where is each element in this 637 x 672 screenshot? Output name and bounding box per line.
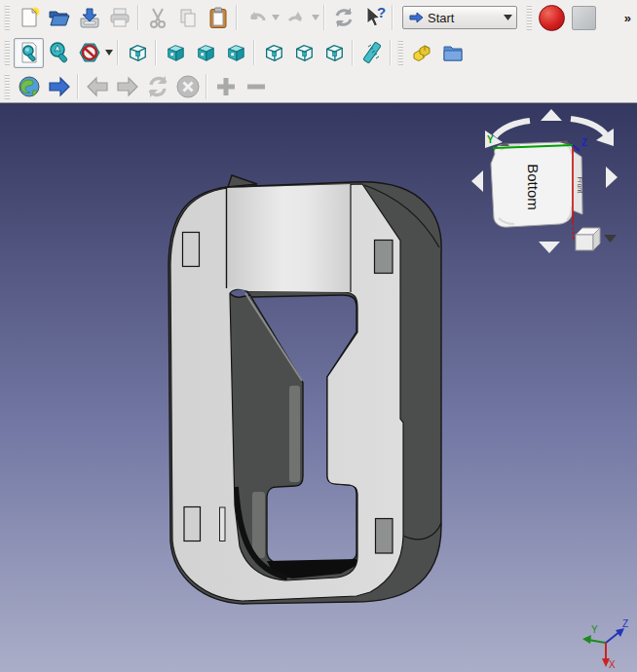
web-home-button[interactable] bbox=[14, 71, 44, 101]
view-left-button[interactable] bbox=[318, 38, 349, 68]
paste-button[interactable] bbox=[203, 3, 233, 33]
copy-icon bbox=[176, 6, 200, 29]
zoom-out-button bbox=[241, 71, 271, 101]
print-icon bbox=[108, 6, 131, 29]
rotate-right-arrow[interactable] bbox=[571, 119, 606, 134]
fit-selection-icon bbox=[48, 41, 71, 64]
view-cube-icon bbox=[293, 42, 315, 63]
y-axis-label: Y bbox=[591, 624, 598, 635]
measure-distance-button[interactable] bbox=[356, 38, 387, 68]
chevron-down-icon bbox=[272, 15, 280, 20]
view-cube-icon bbox=[225, 42, 246, 63]
new-document-icon bbox=[18, 6, 41, 29]
fit-all-button[interactable] bbox=[14, 38, 44, 68]
toolbar-drag-handle[interactable] bbox=[397, 40, 403, 65]
3d-viewport[interactable]: Bottom Front Y Z Y Z X bbox=[0, 103, 637, 672]
forward-button bbox=[112, 71, 142, 101]
navigation-cube[interactable]: Bottom Front Y Z bbox=[466, 105, 631, 261]
slot-bottom-right bbox=[376, 519, 393, 554]
view-rear-button[interactable] bbox=[258, 38, 288, 68]
new-file-button[interactable] bbox=[14, 3, 44, 33]
redo-button bbox=[281, 3, 311, 33]
toolbar-overflow-button[interactable]: » bbox=[624, 11, 631, 25]
refresh-page-button bbox=[142, 71, 172, 101]
toolbar-drag-handle[interactable] bbox=[4, 40, 10, 65]
view-bottom-button[interactable] bbox=[288, 38, 318, 68]
separator bbox=[253, 40, 255, 65]
blue-arrow-right-icon bbox=[47, 74, 72, 99]
view-cube-icon bbox=[323, 42, 345, 63]
open-file-button[interactable] bbox=[44, 3, 74, 33]
print-button bbox=[104, 3, 134, 33]
toolbar-drag-handle[interactable] bbox=[4, 74, 10, 99]
forward-arrow-icon bbox=[115, 74, 140, 99]
toolbar-area: ? Start » bbox=[0, 0, 637, 103]
paste-clipboard-icon bbox=[206, 6, 230, 29]
view-toolbar bbox=[0, 35, 637, 70]
chevron-down-icon bbox=[312, 15, 319, 20]
navcube-x-axis-dashed bbox=[573, 222, 574, 242]
whats-this-button[interactable]: ? bbox=[358, 3, 389, 33]
svg-text:?: ? bbox=[377, 5, 386, 20]
separator bbox=[77, 74, 79, 99]
view-top-button[interactable] bbox=[190, 38, 220, 68]
navcube-side-label[interactable]: Front bbox=[577, 177, 583, 193]
slot-bottom-left bbox=[184, 507, 201, 541]
refresh-button[interactable] bbox=[328, 3, 358, 33]
view-cube-icon bbox=[127, 42, 148, 63]
macro-record-button[interactable] bbox=[539, 5, 565, 31]
rotate-left-arrow[interactable] bbox=[495, 121, 530, 136]
open-website-button[interactable] bbox=[44, 71, 74, 101]
minus-icon bbox=[244, 75, 268, 98]
axis-cross: Y Z X bbox=[579, 617, 635, 670]
y-axis-line bbox=[588, 640, 606, 643]
refresh-icon bbox=[332, 6, 356, 29]
navcube-body[interactable]: Bottom Front bbox=[491, 140, 583, 227]
view-right-button[interactable] bbox=[220, 38, 250, 68]
navcube-right-arrow[interactable] bbox=[606, 167, 618, 188]
navigation-toolbar bbox=[0, 70, 637, 102]
create-part-button[interactable] bbox=[407, 38, 437, 68]
open-folder-icon bbox=[48, 6, 71, 29]
navcube-face-label[interactable]: Bottom bbox=[525, 164, 542, 210]
undo-arrow-icon bbox=[244, 6, 268, 29]
navcube-up-arrow[interactable] bbox=[541, 109, 562, 121]
navcube-menu-dropdown-icon[interactable] bbox=[604, 235, 617, 243]
cut-scissors-icon bbox=[146, 6, 169, 29]
toolbar-drag-handle[interactable] bbox=[4, 5, 10, 30]
chevron-down-icon bbox=[105, 50, 113, 56]
navcube-left-arrow[interactable] bbox=[471, 170, 483, 192]
create-group-button[interactable] bbox=[437, 38, 468, 68]
separator bbox=[236, 5, 238, 30]
ruler-icon bbox=[360, 41, 384, 64]
draw-style-button[interactable] bbox=[74, 38, 104, 68]
x-axis-label: X bbox=[609, 659, 616, 670]
fit-selection-button[interactable] bbox=[44, 38, 74, 68]
model-top-tab bbox=[228, 175, 257, 187]
separator bbox=[117, 40, 119, 65]
save-button[interactable] bbox=[74, 3, 104, 33]
navcube-mini-cube[interactable] bbox=[576, 228, 600, 250]
view-axonometric-button[interactable] bbox=[122, 38, 152, 68]
undo-button bbox=[241, 3, 271, 33]
slot-top-right bbox=[375, 241, 393, 274]
chevron-down-icon bbox=[504, 15, 512, 20]
separator bbox=[392, 5, 393, 30]
z-axis-label: Z bbox=[622, 618, 628, 629]
save-icon bbox=[78, 6, 101, 29]
workbench-selector[interactable]: Start bbox=[402, 6, 517, 29]
wall-highlight bbox=[252, 492, 265, 558]
workbench-dropdown[interactable] bbox=[500, 7, 516, 28]
view-cube-icon bbox=[195, 42, 216, 63]
draw-style-icon bbox=[78, 41, 101, 64]
toolbar-drag-handle[interactable] bbox=[526, 5, 532, 30]
file-toolbar: ? Start » bbox=[0, 0, 637, 35]
slot-top-left bbox=[183, 233, 200, 267]
navcube-z-label: Z bbox=[581, 137, 587, 148]
zoom-in-button bbox=[210, 71, 241, 101]
workbench-arrow-icon bbox=[408, 10, 424, 25]
navcube-z-axis bbox=[573, 145, 580, 151]
draw-style-dropdown[interactable] bbox=[104, 40, 114, 65]
navcube-down-arrow[interactable] bbox=[539, 242, 560, 253]
view-front-button[interactable] bbox=[160, 38, 190, 68]
